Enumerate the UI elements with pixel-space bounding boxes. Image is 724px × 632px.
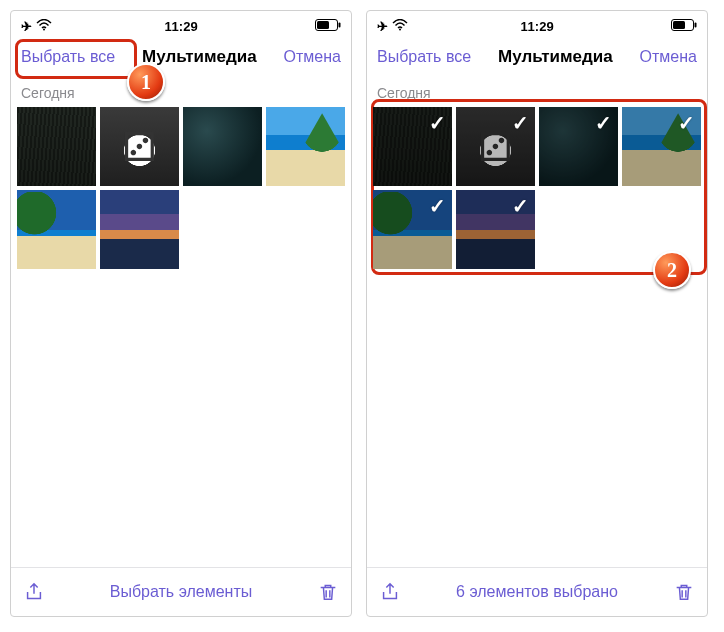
battery-icon [671, 19, 697, 34]
wifi-icon [36, 19, 52, 34]
battery-icon [315, 19, 341, 34]
svg-point-0 [43, 28, 45, 30]
thumb-grass[interactable] [17, 107, 96, 186]
select-all-button[interactable]: Выбрать все [373, 44, 475, 70]
svg-point-4 [399, 28, 401, 30]
svg-rect-7 [673, 21, 685, 29]
section-header: Сегодня [367, 77, 707, 107]
bottom-toolbar: 6 элементов выбрано [367, 567, 707, 616]
bottom-toolbar: Выбрать элементы [11, 567, 351, 616]
thumb-dice[interactable]: ✓ [456, 107, 535, 186]
thumb-rock[interactable]: ✓ [539, 107, 618, 186]
thumb-grass[interactable]: ✓ [373, 107, 452, 186]
svg-rect-6 [695, 22, 697, 27]
thumb-beach1[interactable]: ✓ [622, 107, 701, 186]
check-icon: ✓ [512, 194, 529, 218]
thumb-beach1[interactable] [266, 107, 345, 186]
status-time: 11:29 [520, 19, 553, 34]
phone-right: ✈ 11:29 Выбрать все Мультимедиа Отмена С… [366, 10, 708, 617]
check-icon: ✓ [512, 111, 529, 135]
svg-rect-2 [339, 22, 341, 27]
select-all-button[interactable]: Выбрать все [17, 44, 119, 70]
check-icon: ✓ [429, 111, 446, 135]
check-icon: ✓ [595, 111, 612, 135]
share-icon[interactable] [379, 581, 401, 603]
phone-left: ✈ 11:29 Выбрать все Мультимедиа Отмена 1… [10, 10, 352, 617]
airplane-mode-icon: ✈ [377, 19, 388, 34]
nav-title: Мультимедиа [498, 47, 613, 67]
thumb-beach2[interactable] [17, 190, 96, 269]
media-grid [11, 107, 351, 269]
svg-rect-3 [317, 21, 329, 29]
section-header: Сегодня [11, 77, 351, 107]
check-icon: ✓ [678, 111, 695, 135]
toolbar-hint: 6 элементов выбрано [456, 583, 618, 601]
status-bar: ✈ 11:29 [367, 11, 707, 37]
airplane-mode-icon: ✈ [21, 19, 32, 34]
cancel-button[interactable]: Отмена [280, 44, 345, 70]
status-time: 11:29 [164, 19, 197, 34]
thumb-sunset[interactable]: ✓ [456, 190, 535, 269]
media-grid: ✓ ✓ ✓ ✓ ✓ ✓ [367, 107, 707, 269]
check-icon: ✓ [429, 194, 446, 218]
trash-icon[interactable] [317, 581, 339, 603]
toolbar-hint[interactable]: Выбрать элементы [110, 583, 253, 601]
nav-bar: Выбрать все Мультимедиа Отмена [367, 37, 707, 77]
wifi-icon [392, 19, 408, 34]
share-icon[interactable] [23, 581, 45, 603]
thumb-beach2[interactable]: ✓ [373, 190, 452, 269]
thumb-sunset[interactable] [100, 190, 179, 269]
status-bar: ✈ 11:29 [11, 11, 351, 37]
nav-title: Мультимедиа [142, 47, 257, 67]
nav-bar: Выбрать все Мультимедиа Отмена [11, 37, 351, 77]
thumb-dice[interactable] [100, 107, 179, 186]
thumb-rock[interactable] [183, 107, 262, 186]
trash-icon[interactable] [673, 581, 695, 603]
cancel-button[interactable]: Отмена [636, 44, 701, 70]
